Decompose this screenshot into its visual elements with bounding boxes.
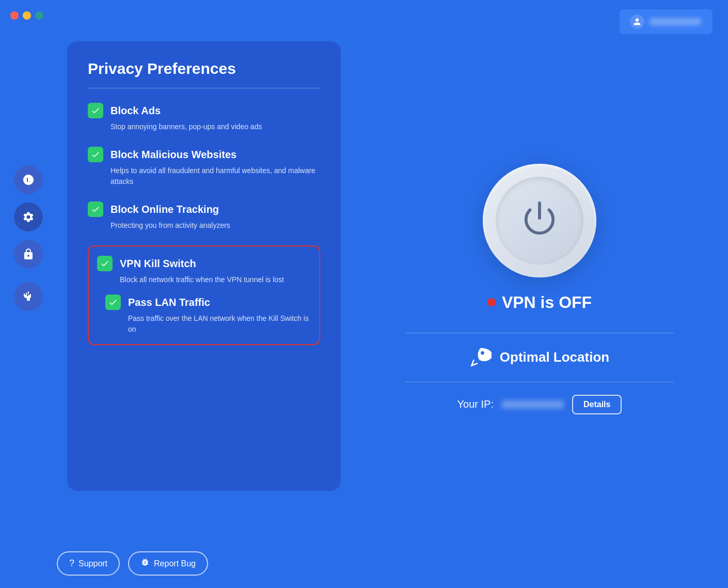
vpn-status-text: VPN is OFF [502, 293, 592, 312]
block-malicious-desc: Helps to avoid all fraudulent and harmfu… [88, 165, 320, 187]
ip-row: Your IP: Details [457, 395, 622, 414]
sidebar-item-speed[interactable] [14, 165, 43, 194]
traffic-lights [10, 11, 43, 20]
support-label: Support [78, 559, 107, 568]
sidebar-item-settings[interactable] [14, 203, 43, 231]
location-text: Optimal Location [500, 349, 609, 365]
user-account-button[interactable] [620, 9, 713, 34]
sidebar [0, 31, 57, 588]
setting-block-ads-header: Block Ads [88, 103, 320, 118]
block-ads-desc: Stop annoying banners, pop-ups and video… [88, 121, 320, 132]
setting-block-malicious: Block Malicious Websites Helps to avoid … [88, 147, 320, 187]
report-bug-label: Report Bug [154, 559, 196, 568]
kill-switch-desc: Block all network traffic when the VPN t… [97, 274, 311, 285]
details-button[interactable]: Details [572, 395, 622, 414]
block-tracking-desc: Protecting you from activity analyzers [88, 220, 320, 231]
bug-icon [140, 558, 150, 569]
setting-block-tracking-header: Block Online Tracking [88, 202, 320, 217]
support-button[interactable]: ? Support [57, 551, 120, 576]
block-malicious-title: Block Malicious Websites [110, 149, 236, 161]
pass-lan-title: Pass LAN Traffic [128, 297, 210, 308]
question-icon: ? [69, 558, 74, 569]
user-icon [630, 14, 644, 29]
power-button[interactable] [483, 164, 596, 277]
kill-switch-header: VPN Kill Switch [97, 256, 311, 271]
pass-lan-header: Pass LAN Traffic [105, 295, 311, 310]
block-tracking-checkbox[interactable] [88, 202, 103, 217]
ip-address [502, 400, 564, 409]
power-icon [521, 200, 558, 241]
maximize-button[interactable] [35, 11, 43, 20]
block-ads-checkbox[interactable] [88, 103, 103, 118]
close-button[interactable] [10, 11, 19, 20]
kill-switch-checkbox[interactable] [97, 256, 113, 271]
panel-title: Privacy Preferences [88, 60, 320, 78]
titlebar [0, 0, 728, 31]
kill-switch-title: VPN Kill Switch [120, 258, 196, 270]
sidebar-item-security[interactable] [14, 240, 43, 269]
location-divider [405, 333, 674, 333]
setting-block-tracking: Block Online Tracking Protecting you fro… [88, 202, 320, 231]
report-bug-button[interactable]: Report Bug [128, 551, 208, 576]
bottom-bar: ? Support Report Bug [57, 551, 208, 576]
setting-kill-switch: VPN Kill Switch Block all network traffi… [97, 256, 311, 285]
kill-switch-box: VPN Kill Switch Block all network traffi… [88, 245, 320, 345]
pass-lan-desc: Pass traffic over the LAN network when t… [105, 313, 311, 335]
sidebar-item-block[interactable] [14, 282, 43, 311]
user-name [650, 18, 701, 25]
block-ads-title: Block Ads [110, 105, 161, 117]
rocket-icon [470, 346, 492, 369]
panel-divider [88, 88, 320, 88]
pass-lan-checkbox[interactable] [105, 295, 121, 310]
location-row[interactable]: Optimal Location [470, 346, 609, 369]
setting-pass-lan: Pass LAN Traffic Pass traffic over the L… [97, 295, 311, 335]
power-button-inner [496, 177, 583, 265]
setting-block-ads: Block Ads Stop annoying banners, pop-ups… [88, 103, 320, 132]
vpn-status: VPN is OFF [487, 293, 592, 312]
setting-block-malicious-header: Block Malicious Websites [88, 147, 320, 162]
ip-divider [405, 382, 674, 382]
settings-panel: Privacy Preferences Block Ads Stop annoy… [67, 41, 341, 491]
block-tracking-title: Block Online Tracking [110, 204, 219, 215]
minimize-button[interactable] [23, 11, 31, 20]
ip-label: Your IP: [457, 398, 494, 410]
status-dot [487, 298, 496, 306]
main-content: VPN is OFF Optimal Location Your IP: Det… [351, 31, 728, 588]
block-malicious-checkbox[interactable] [88, 147, 103, 162]
